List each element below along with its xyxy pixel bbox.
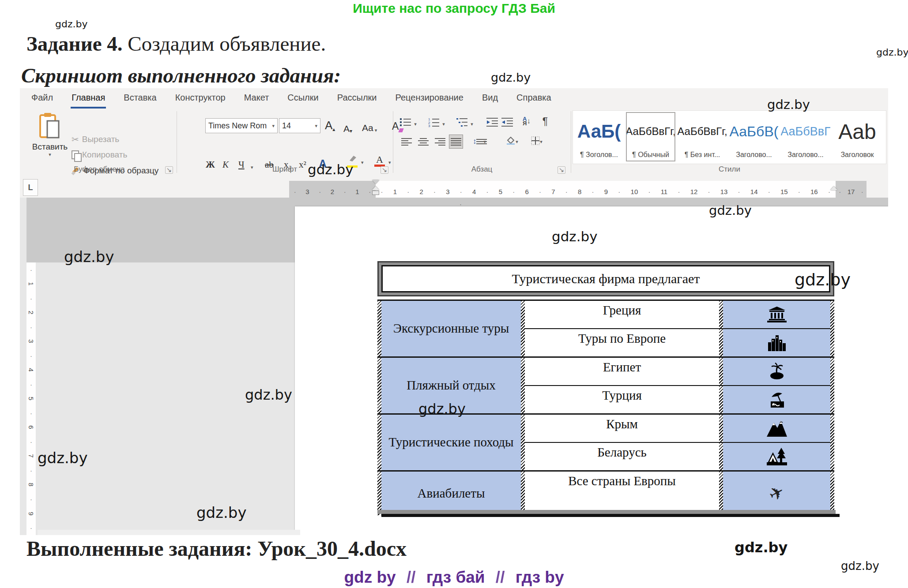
- tab-home[interactable]: Главная: [71, 90, 106, 109]
- sort-button[interactable]: А Я ↓: [520, 115, 533, 128]
- destination-cell[interactable]: Беларусь: [525, 443, 719, 470]
- destination-cell[interactable]: Греция: [525, 301, 719, 328]
- borders-button[interactable]: ▾: [527, 135, 546, 148]
- clipboard-group: Вставить ▾ ✂ Вырезать Копировать Форм: [22, 109, 177, 176]
- justify-button[interactable]: [449, 135, 463, 148]
- clipboard-dialog-launcher[interactable]: ↘: [165, 166, 173, 174]
- promo-bottom-text: gdz by // гдз бай // гдз by: [0, 568, 908, 587]
- destination-cell[interactable]: Турция: [525, 386, 719, 413]
- category-cell[interactable]: Туристические походы: [381, 415, 521, 470]
- icon-cell[interactable]: [723, 301, 830, 328]
- hanging-indent-marker[interactable]: [372, 186, 379, 190]
- hatched-border: [377, 415, 381, 470]
- icon-cell[interactable]: [723, 386, 830, 413]
- tab-stop-selector[interactable]: L: [23, 179, 38, 196]
- watermark: gdz.by: [418, 401, 466, 417]
- paragraph-dialog-launcher[interactable]: ↘: [558, 166, 565, 174]
- style-item-heading2[interactable]: АаБбВвГ Заголово...: [781, 112, 830, 161]
- announcement-header-text[interactable]: Туристическая фирма предлагает: [381, 265, 830, 292]
- line-spacing-button[interactable]: ↕ ▾: [471, 135, 488, 148]
- city-icon: [767, 334, 787, 351]
- destination-cell[interactable]: Туры по Европе: [525, 329, 719, 356]
- left-indent-marker[interactable]: [373, 191, 379, 195]
- clipboard-group-label: Буфер обмена: [22, 165, 177, 174]
- bullet-list-button[interactable]: [399, 116, 412, 129]
- font-size-combo[interactable]: 14 ▾: [279, 118, 320, 133]
- change-case-glyph: Aa: [362, 123, 373, 133]
- tab-help[interactable]: Справка: [516, 90, 552, 109]
- ruler-row: L ·3·2·1· ·1·2·3·4·5·6·7·8·9·10·11·12·13…: [20, 176, 888, 198]
- tab-file[interactable]: Файл: [30, 90, 54, 109]
- icon-cell[interactable]: [723, 329, 830, 356]
- multilevel-list-button[interactable]: [456, 116, 469, 129]
- category-cell[interactable]: Авиабилеты: [381, 472, 521, 515]
- style-item-normal[interactable]: АаБбВвГг, ¶ Обычный: [626, 112, 675, 161]
- align-center-button[interactable]: [417, 135, 430, 148]
- grow-font-button[interactable]: A▴: [325, 117, 335, 132]
- pilcrow-button[interactable]: ¶: [539, 115, 552, 128]
- first-line-indent-marker[interactable]: [372, 180, 379, 184]
- bullet-list-icon: [400, 117, 411, 127]
- icon-cell[interactable]: [723, 443, 830, 470]
- increase-indent-button[interactable]: [501, 116, 514, 129]
- hatched-border: [719, 358, 723, 385]
- shading-button[interactable]: ▾: [502, 135, 522, 148]
- sort-letter-bottom: Я: [523, 121, 527, 126]
- vertical-ruler[interactable]: ·1·2·3·4·5·6·7·8·9·: [26, 262, 36, 535]
- hatched-border: [719, 386, 723, 413]
- font-dialog-launcher[interactable]: ↘: [381, 166, 388, 174]
- numbered-list-button[interactable]: 123: [427, 116, 441, 129]
- table-row: Греция: [525, 301, 830, 328]
- decrease-indent-button[interactable]: [486, 116, 499, 129]
- table-shadow: [381, 514, 840, 517]
- announcement-header-frame[interactable]: Туристическая фирма предлагает: [377, 261, 834, 296]
- tab-layout[interactable]: Макет: [243, 90, 270, 109]
- justify-icon: [451, 138, 461, 146]
- watermark: gdz.by: [38, 449, 88, 467]
- table-row: Крым: [525, 415, 830, 442]
- align-right-button[interactable]: [433, 135, 447, 148]
- scroll-strip: [38, 530, 300, 535]
- cut-button[interactable]: ✂ Вырезать: [72, 134, 119, 145]
- watermark: gdz.by: [552, 228, 598, 244]
- style-item-heading0[interactable]: АаБ( ¶ Зоголов...: [574, 112, 624, 161]
- table-group: Авиабилеты Все страны Европы ✈: [377, 470, 834, 515]
- align-left-button[interactable]: [400, 135, 413, 148]
- icon-cell[interactable]: ✈: [723, 472, 830, 515]
- tab-view[interactable]: Вид: [481, 90, 499, 109]
- destination-cell[interactable]: Все страны Европы: [525, 472, 719, 515]
- destination-cell[interactable]: Крым: [525, 415, 719, 442]
- scissors-icon: ✂: [72, 134, 79, 145]
- shrink-font-button[interactable]: A▾: [343, 119, 352, 134]
- icon-cell[interactable]: [723, 415, 830, 442]
- icon-cell[interactable]: [723, 358, 830, 385]
- numbered-list-menu[interactable]: ▾: [441, 117, 447, 131]
- style-item-heading1[interactable]: АаБбВ( Заголово...: [729, 112, 779, 161]
- cut-label: Вырезать: [82, 135, 120, 144]
- destination-cell[interactable]: Египет: [525, 358, 719, 385]
- paste-button[interactable]: Вставить ▾: [28, 112, 72, 161]
- style-preview: АаБ(: [574, 112, 624, 151]
- font-color-glyph: A: [376, 154, 383, 165]
- hatched-border: [830, 472, 834, 515]
- tab-review[interactable]: Рецензирование: [394, 90, 464, 109]
- clipboard-icon: [38, 112, 61, 139]
- table-row: Турция: [525, 385, 830, 413]
- bullet-list-menu[interactable]: ▾: [412, 117, 418, 131]
- style-item-no-spacing[interactable]: АаБбВвГг, ¶ Без инт...: [678, 112, 727, 161]
- tab-mailings[interactable]: Рассылки: [336, 90, 378, 109]
- task-number: Задание 4.: [26, 32, 123, 55]
- tab-design[interactable]: Конструктор: [174, 90, 226, 109]
- hatched-border: [521, 301, 525, 356]
- font-name-combo[interactable]: Times New Rom ▾: [205, 118, 278, 133]
- multilevel-list-menu[interactable]: ▾: [469, 117, 475, 131]
- right-indent-marker[interactable]: [830, 186, 837, 190]
- copy-button[interactable]: Копировать: [72, 150, 127, 160]
- watermark: gdz.by: [795, 270, 851, 289]
- tab-references[interactable]: Ссылки: [286, 90, 319, 109]
- style-item-title[interactable]: Aab Заголовок: [833, 112, 882, 161]
- document-page[interactable]: Туристическая фирма предлагает Экскурсио…: [295, 206, 888, 535]
- change-case-button[interactable]: Aa▾: [362, 118, 377, 133]
- category-cell[interactable]: Экскурсионные туры: [381, 301, 521, 356]
- tab-insert[interactable]: Вставка: [123, 90, 157, 109]
